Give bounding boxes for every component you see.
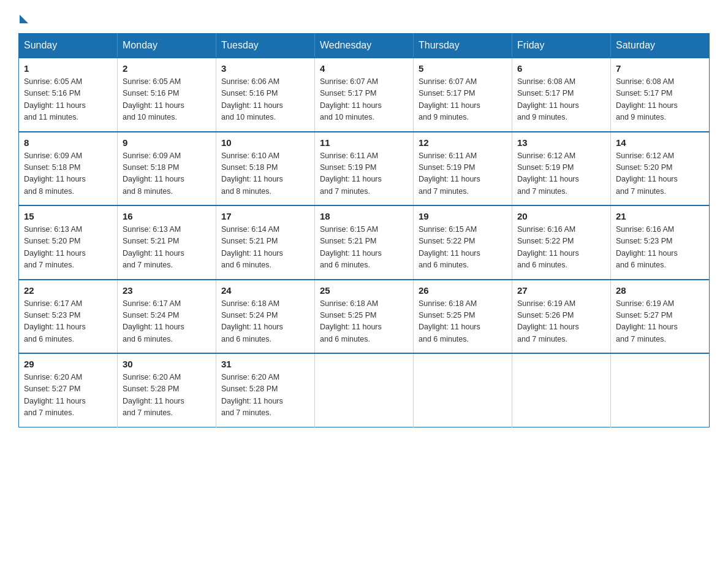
day-info: Sunrise: 6:11 AMSunset: 5:19 PMDaylight:… (419, 150, 507, 198)
calendar-day-cell: 19Sunrise: 6:15 AMSunset: 5:22 PMDayligh… (414, 205, 512, 280)
day-info: Sunrise: 6:17 AMSunset: 5:23 PMDaylight:… (24, 298, 112, 346)
day-info: Sunrise: 6:05 AMSunset: 5:16 PMDaylight:… (123, 76, 211, 124)
calendar-day-cell (315, 353, 414, 427)
day-info: Sunrise: 6:20 AMSunset: 5:27 PMDaylight:… (24, 372, 112, 419)
calendar-day-cell: 28Sunrise: 6:19 AMSunset: 5:27 PMDayligh… (611, 280, 710, 354)
calendar-day-cell: 20Sunrise: 6:16 AMSunset: 5:22 PMDayligh… (512, 205, 611, 280)
calendar-day-cell (611, 353, 710, 427)
day-info: Sunrise: 6:13 AMSunset: 5:20 PMDaylight:… (24, 224, 112, 272)
calendar-day-cell: 2Sunrise: 6:05 AMSunset: 5:16 PMDaylight… (118, 58, 216, 132)
day-number: 28 (616, 285, 704, 296)
weekday-header-tuesday: Tuesday (216, 34, 315, 58)
calendar-day-cell: 17Sunrise: 6:14 AMSunset: 5:21 PMDayligh… (216, 205, 315, 280)
day-number: 10 (221, 137, 309, 148)
day-number: 2 (123, 63, 211, 74)
day-number: 17 (221, 211, 309, 221)
calendar-day-cell (512, 353, 611, 427)
day-number: 13 (517, 137, 605, 148)
day-info: Sunrise: 6:06 AMSunset: 5:16 PMDaylight:… (221, 76, 309, 124)
day-number: 8 (24, 137, 112, 148)
calendar-week-row: 8Sunrise: 6:09 AMSunset: 5:18 PMDaylight… (19, 132, 710, 206)
day-number: 26 (419, 285, 507, 296)
calendar-day-cell: 12Sunrise: 6:11 AMSunset: 5:19 PMDayligh… (414, 132, 512, 206)
calendar-day-cell: 10Sunrise: 6:10 AMSunset: 5:18 PMDayligh… (216, 132, 315, 206)
day-info: Sunrise: 6:08 AMSunset: 5:17 PMDaylight:… (616, 76, 704, 124)
day-number: 1 (24, 63, 112, 74)
day-number: 9 (123, 137, 211, 148)
calendar-week-row: 1Sunrise: 6:05 AMSunset: 5:16 PMDaylight… (19, 58, 710, 132)
calendar-day-cell: 25Sunrise: 6:18 AMSunset: 5:25 PMDayligh… (315, 280, 414, 354)
day-info: Sunrise: 6:15 AMSunset: 5:22 PMDaylight:… (419, 224, 507, 272)
day-number: 12 (419, 137, 507, 148)
calendar-table: SundayMondayTuesdayWednesdayThursdayFrid… (18, 33, 710, 427)
day-number: 24 (221, 285, 309, 296)
day-info: Sunrise: 6:19 AMSunset: 5:26 PMDaylight:… (517, 298, 605, 346)
day-info: Sunrise: 6:08 AMSunset: 5:17 PMDaylight:… (517, 76, 605, 124)
calendar-day-cell: 7Sunrise: 6:08 AMSunset: 5:17 PMDaylight… (611, 58, 710, 132)
day-info: Sunrise: 6:15 AMSunset: 5:21 PMDaylight:… (320, 224, 408, 272)
day-number: 21 (616, 211, 704, 221)
day-info: Sunrise: 6:07 AMSunset: 5:17 PMDaylight:… (320, 76, 408, 124)
day-number: 16 (123, 211, 211, 221)
calendar-day-cell: 22Sunrise: 6:17 AMSunset: 5:23 PMDayligh… (19, 280, 118, 354)
day-info: Sunrise: 6:13 AMSunset: 5:21 PMDaylight:… (123, 224, 211, 272)
weekday-header-monday: Monday (118, 34, 216, 58)
calendar-day-cell: 18Sunrise: 6:15 AMSunset: 5:21 PMDayligh… (315, 205, 414, 280)
day-number: 23 (123, 285, 211, 296)
calendar-day-cell: 23Sunrise: 6:17 AMSunset: 5:24 PMDayligh… (118, 280, 216, 354)
calendar-day-cell: 24Sunrise: 6:18 AMSunset: 5:24 PMDayligh… (216, 280, 315, 354)
weekday-header-thursday: Thursday (414, 34, 512, 58)
day-info: Sunrise: 6:18 AMSunset: 5:25 PMDaylight:… (320, 298, 408, 346)
logo-arrow-icon (20, 15, 28, 23)
day-info: Sunrise: 6:12 AMSunset: 5:20 PMDaylight:… (616, 150, 704, 198)
weekday-header-saturday: Saturday (611, 34, 710, 58)
calendar-day-cell: 26Sunrise: 6:18 AMSunset: 5:25 PMDayligh… (414, 280, 512, 354)
calendar-day-cell: 1Sunrise: 6:05 AMSunset: 5:16 PMDaylight… (19, 58, 118, 132)
day-number: 6 (517, 63, 605, 74)
day-number: 29 (24, 359, 112, 369)
day-number: 5 (419, 63, 507, 74)
day-info: Sunrise: 6:05 AMSunset: 5:16 PMDaylight:… (24, 76, 112, 124)
calendar-day-cell: 14Sunrise: 6:12 AMSunset: 5:20 PMDayligh… (611, 132, 710, 206)
day-number: 31 (221, 359, 309, 369)
calendar-week-row: 29Sunrise: 6:20 AMSunset: 5:27 PMDayligh… (19, 353, 710, 427)
calendar-day-cell: 9Sunrise: 6:09 AMSunset: 5:18 PMDaylight… (118, 132, 216, 206)
calendar-day-cell: 15Sunrise: 6:13 AMSunset: 5:20 PMDayligh… (19, 205, 118, 280)
day-info: Sunrise: 6:18 AMSunset: 5:25 PMDaylight:… (419, 298, 507, 346)
day-info: Sunrise: 6:12 AMSunset: 5:19 PMDaylight:… (517, 150, 605, 198)
calendar-header-row: SundayMondayTuesdayWednesdayThursdayFrid… (19, 34, 710, 58)
calendar-day-cell: 8Sunrise: 6:09 AMSunset: 5:18 PMDaylight… (19, 132, 118, 206)
day-number: 30 (123, 359, 211, 369)
day-number: 4 (320, 63, 408, 74)
day-info: Sunrise: 6:07 AMSunset: 5:17 PMDaylight:… (419, 76, 507, 124)
logo (18, 12, 28, 21)
calendar-day-cell: 6Sunrise: 6:08 AMSunset: 5:17 PMDaylight… (512, 58, 611, 132)
day-number: 7 (616, 63, 704, 74)
calendar-day-cell: 16Sunrise: 6:13 AMSunset: 5:21 PMDayligh… (118, 205, 216, 280)
calendar-day-cell: 3Sunrise: 6:06 AMSunset: 5:16 PMDaylight… (216, 58, 315, 132)
day-info: Sunrise: 6:09 AMSunset: 5:18 PMDaylight:… (123, 150, 211, 198)
calendar-day-cell: 29Sunrise: 6:20 AMSunset: 5:27 PMDayligh… (19, 353, 118, 427)
day-info: Sunrise: 6:16 AMSunset: 5:22 PMDaylight:… (517, 224, 605, 272)
calendar-day-cell: 27Sunrise: 6:19 AMSunset: 5:26 PMDayligh… (512, 280, 611, 354)
calendar-day-cell: 4Sunrise: 6:07 AMSunset: 5:17 PMDaylight… (315, 58, 414, 132)
weekday-header-wednesday: Wednesday (315, 34, 414, 58)
calendar-week-row: 22Sunrise: 6:17 AMSunset: 5:23 PMDayligh… (19, 280, 710, 354)
day-info: Sunrise: 6:10 AMSunset: 5:18 PMDaylight:… (221, 150, 309, 198)
day-info: Sunrise: 6:19 AMSunset: 5:27 PMDaylight:… (616, 298, 704, 346)
day-number: 27 (517, 285, 605, 296)
weekday-header-sunday: Sunday (19, 34, 118, 58)
day-number: 25 (320, 285, 408, 296)
page-header (18, 12, 710, 21)
day-info: Sunrise: 6:17 AMSunset: 5:24 PMDaylight:… (123, 298, 211, 346)
day-number: 11 (320, 137, 408, 148)
day-number: 15 (24, 211, 112, 221)
calendar-day-cell (414, 353, 512, 427)
day-number: 22 (24, 285, 112, 296)
weekday-header-friday: Friday (512, 34, 611, 58)
day-number: 3 (221, 63, 309, 74)
calendar-day-cell: 21Sunrise: 6:16 AMSunset: 5:23 PMDayligh… (611, 205, 710, 280)
calendar-day-cell: 11Sunrise: 6:11 AMSunset: 5:19 PMDayligh… (315, 132, 414, 206)
day-number: 20 (517, 211, 605, 221)
day-info: Sunrise: 6:09 AMSunset: 5:18 PMDaylight:… (24, 150, 112, 198)
